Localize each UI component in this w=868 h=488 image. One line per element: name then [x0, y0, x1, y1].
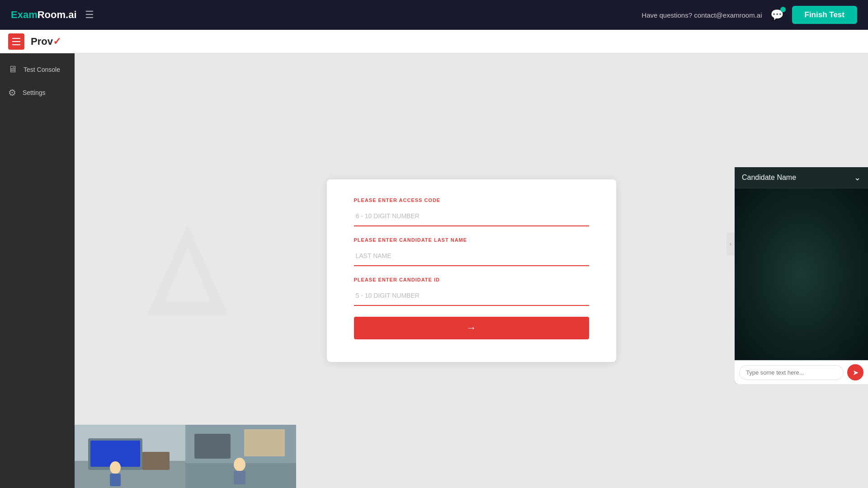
hamburger-icon[interactable]: ☰ [85, 9, 94, 21]
brand-room: Room.ai [38, 9, 77, 20]
secondary-header: Prov✓ [0, 30, 868, 53]
last-name-label: PLEASE ENTER CANDIDATE LAST NAME [354, 237, 589, 243]
settings-icon: ⚙ [8, 87, 16, 98]
test-console-icon: 🖥 [8, 64, 17, 75]
access-code-input[interactable] [354, 206, 589, 226]
svg-rect-8 [110, 474, 121, 486]
send-icon: ➤ [853, 368, 859, 377]
svg-point-13 [234, 458, 245, 471]
chevron-down-icon[interactable]: ⌄ [854, 173, 861, 183]
sidebar-item-settings[interactable]: ⚙ Settings [0, 81, 75, 104]
svg-rect-11 [194, 434, 231, 459]
form-card: PLEASE ENTER ACCESS CODE PLEASE ENTER CA… [327, 179, 616, 362]
svg-marker-0 [147, 225, 228, 315]
submit-arrow-icon: → [467, 322, 476, 334]
brand-exam: Exam [11, 9, 38, 20]
thumb2-scene [185, 425, 296, 488]
svg-point-7 [110, 461, 121, 474]
thumbnails-area [75, 425, 296, 488]
panel-collapse-handle[interactable]: › [726, 233, 735, 255]
watermark-logo [142, 220, 233, 321]
candidate-id-input[interactable] [354, 286, 589, 306]
svg-rect-12 [244, 429, 285, 456]
navbar-right: Have questions? contact@examroom.ai 💬 Fi… [642, 6, 857, 24]
sidebar-item-test-console[interactable]: 🖥 Test Console [0, 58, 75, 81]
chat-badge [780, 7, 786, 12]
candidate-panel-title: Candidate Name [742, 174, 796, 182]
candidate-panel: Candidate Name ⌄ ➤ [735, 167, 868, 384]
finish-test-button[interactable]: Finish Test [792, 6, 857, 24]
candidate-id-label: PLEASE ENTER CANDIDATE ID [354, 277, 589, 282]
chat-icon-button[interactable]: 💬 [770, 9, 784, 21]
hamburger-red-button[interactable] [8, 33, 24, 50]
candidate-id-field: PLEASE ENTER CANDIDATE ID [354, 277, 589, 306]
submit-button[interactable]: → [354, 317, 589, 339]
thumbnail-1 [75, 425, 185, 488]
chat-input-area: ➤ [735, 360, 868, 384]
candidate-video-area [735, 188, 868, 360]
svg-marker-1 [165, 247, 210, 301]
sidebar-label-settings: Settings [23, 89, 46, 96]
access-code-label: PLEASE ENTER ACCESS CODE [354, 197, 589, 203]
top-navbar: ExamRoom.ai ☰ Have questions? contact@ex… [0, 0, 868, 30]
sidebar-label-test-console: Test Console [24, 66, 60, 73]
prov-logo: Prov✓ [31, 36, 61, 47]
navbar-left: ExamRoom.ai ☰ [11, 9, 94, 21]
last-name-field: PLEASE ENTER CANDIDATE LAST NAME [354, 237, 589, 266]
thumb1-scene [75, 425, 185, 488]
prov-check-icon: ✓ [53, 36, 61, 47]
candidate-panel-header: Candidate Name ⌄ [735, 167, 868, 188]
collapse-icon: › [730, 241, 731, 247]
chat-send-button[interactable]: ➤ [847, 364, 863, 380]
thumb2-placeholder [185, 425, 296, 488]
brand-logo: ExamRoom.ai [11, 9, 77, 21]
svg-rect-14 [234, 471, 245, 484]
svg-rect-6 [142, 452, 170, 470]
last-name-input[interactable] [354, 246, 589, 266]
thumbnail-2 [185, 425, 296, 488]
thumb1-placeholder [75, 425, 185, 488]
contact-text: Have questions? contact@examroom.ai [642, 11, 762, 19]
chat-input[interactable] [739, 365, 844, 380]
sidebar: 🖥 Test Console ⚙ Settings [0, 53, 75, 488]
access-code-field: PLEASE ENTER ACCESS CODE [354, 197, 589, 226]
